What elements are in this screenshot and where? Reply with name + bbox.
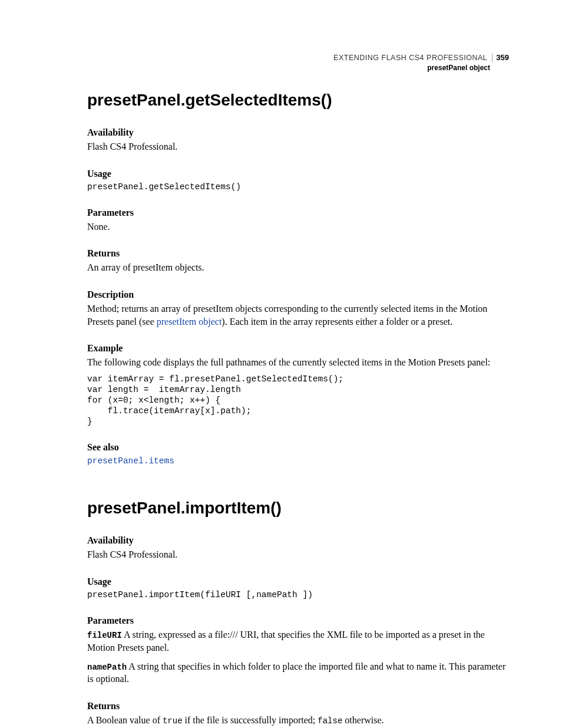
parameters-text: None. [87,220,509,233]
availability-label-2: Availability [87,535,509,546]
running-header: EXTENDING FLASH CS4 PROFESSIONAL359 pres… [333,52,509,72]
usage-label-2: Usage [87,577,509,587]
availability-label: Availability [87,127,509,138]
example-code: var itemArray = fl.presetPanel.getSelect… [87,374,509,427]
example-intro: The following code displays the full pat… [87,356,509,369]
returns-label: Returns [87,248,509,259]
code-true: true [163,716,183,726]
example-label: Example [87,343,509,354]
seealso-link-items[interactable]: presetPanel.items [87,456,174,466]
param-namepath: namePath A string that specifies in whic… [87,660,509,686]
returns-text: An array of presetItem objects. [87,261,509,274]
code-false: false [318,716,342,726]
usage-code: presetPanel.getSelectedItems() [87,182,509,192]
usage-label: Usage [87,169,509,179]
availability-text-2: Flash CS4 Professional. [87,548,509,561]
usage-code-2: presetPanel.importItem(fileURI [,namePat… [87,589,509,600]
param-name-fileuri: fileURI [87,631,122,640]
availability-text: Flash CS4 Professional. [87,140,509,153]
description-text: Method; returns an array of presetItem o… [87,302,509,328]
param-fileuri: fileURI A string, expressed as a file://… [87,628,509,654]
param-name-namepath: namePath [87,663,127,672]
doc-subtitle: presetPanel object [333,64,495,72]
parameters-label-2: Parameters [87,615,509,626]
returns-label-2: Returns [87,701,509,711]
api-heading-getselecteditems: presetPanel.getSelectedItems() [87,91,509,110]
doc-title: EXTENDING FLASH CS4 PROFESSIONAL [333,54,492,62]
page-number: 359 [492,53,509,62]
api-heading-importitem: presetPanel.importItem() [87,499,509,518]
description-label: Description [87,289,509,300]
returns-text-2: A Boolean value of true if the file is s… [87,714,509,727]
parameters-label: Parameters [87,207,509,218]
presetitem-object-link[interactable]: presetItem object [157,317,222,327]
seealso-label: See also [87,442,509,453]
